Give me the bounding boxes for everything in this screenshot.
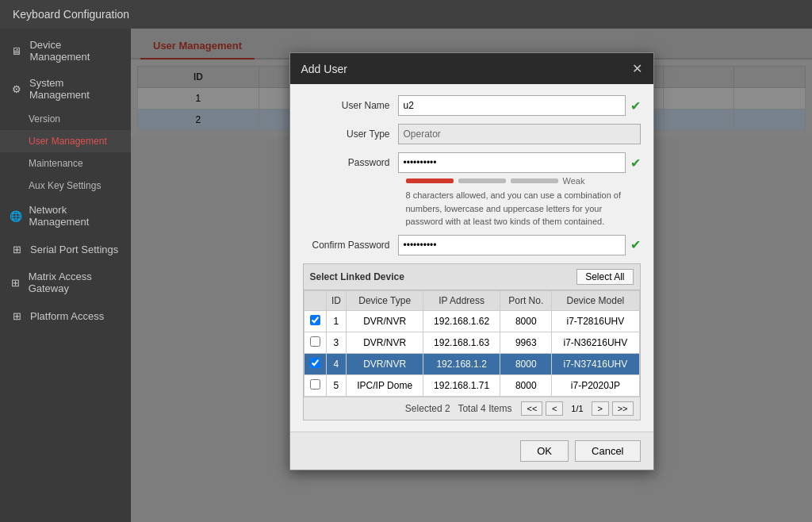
device-table: ID Device Type IP Address Port No. Devic… xyxy=(304,290,640,397)
sidebar-item-label: System Management xyxy=(29,77,121,101)
password-label: Password xyxy=(303,157,398,168)
pagination-next-btn[interactable]: > xyxy=(592,401,609,416)
username-label: User Name xyxy=(303,100,398,111)
strength-seg-3 xyxy=(511,178,558,183)
sidebar-item-label: Platform Access xyxy=(30,310,104,322)
network-management-icon: 🌐 xyxy=(10,209,22,223)
serial-port-settings-icon: ⊞ xyxy=(10,242,24,256)
list-item[interactable]: 5 IPC/IP Dome 192.168.1.71 8000 i7-P2020… xyxy=(304,374,639,396)
col-port-no: Port No. xyxy=(500,290,552,310)
sidebar-item-serial-port-settings[interactable]: ⊞ Serial Port Settings xyxy=(0,235,131,263)
pagination-last-btn[interactable]: >> xyxy=(612,401,634,416)
sidebar: 🖥 Device Management ⚙ System Management … xyxy=(0,29,131,522)
pagination-info: Selected 2 Total 4 Items xyxy=(405,403,512,414)
platform-access-icon: ⊞ xyxy=(10,309,24,323)
device-checkbox[interactable] xyxy=(310,336,320,347)
linked-device-title: Select Linked Device xyxy=(310,271,404,282)
strength-seg-2 xyxy=(458,178,506,183)
system-management-icon: ⚙ xyxy=(10,82,23,96)
device-checkbox[interactable] xyxy=(310,379,320,390)
col-device-type: Device Type xyxy=(347,290,423,310)
sidebar-subitem-version[interactable]: Version xyxy=(0,108,131,130)
sidebar-subitem-maintenance[interactable]: Maintenance xyxy=(0,152,131,175)
modal-header: Add User ✕ xyxy=(290,53,653,84)
password-row: Password ✔ xyxy=(303,152,641,173)
sidebar-subitem-aux-key-settings[interactable]: Aux Key Settings xyxy=(0,175,131,197)
password-strength-bar: Weak xyxy=(406,176,641,186)
ok-button[interactable]: OK xyxy=(520,440,569,462)
app-title: Keyboard Configuration xyxy=(13,8,129,21)
sidebar-item-system-management[interactable]: ⚙ System Management xyxy=(0,70,131,108)
add-user-modal: Add User ✕ User Name ✔ User Type xyxy=(289,52,654,470)
list-item[interactable]: 3 DVR/NVR 192.168.1.63 9963 i7-N36216UHV xyxy=(304,332,639,353)
cancel-button[interactable]: Cancel xyxy=(575,440,640,462)
sidebar-item-platform-access[interactable]: ⊞ Platform Access xyxy=(0,301,131,330)
confirm-password-label: Confirm Password xyxy=(303,240,398,251)
pagination-prev-btn[interactable]: < xyxy=(546,401,563,416)
col-device-model: Device Model xyxy=(552,290,639,310)
page-display: 1/1 xyxy=(566,402,588,415)
password-hint: 8 characters allowed, and you can use a … xyxy=(406,189,641,228)
modal-body: User Name ✔ User Type Password ✔ xyxy=(290,84,653,432)
top-bar: Keyboard Configuration xyxy=(0,0,812,29)
list-item[interactable]: 1 DVR/NVR 192.168.1.62 8000 i7-T2816UHV xyxy=(304,310,639,332)
list-item[interactable]: 4 DVR/NVR 192.168.1.2 8000 i7-N37416UHV xyxy=(304,353,639,374)
modal-close-button[interactable]: ✕ xyxy=(632,61,642,76)
confirm-password-input[interactable] xyxy=(398,235,626,255)
select-all-button[interactable]: Select All xyxy=(576,269,633,285)
confirm-password-check-icon: ✔ xyxy=(630,237,641,252)
usertype-label: User Type xyxy=(303,129,398,140)
device-management-icon: 🖥 xyxy=(10,44,23,58)
linked-device-header: Select Linked Device Select All xyxy=(304,264,640,290)
device-checkbox[interactable] xyxy=(310,358,320,368)
linked-device-section: Select Linked Device Select All ID Devic… xyxy=(303,263,641,420)
sidebar-item-label: Device Management xyxy=(29,39,121,63)
sidebar-item-network-management[interactable]: 🌐 Network Management xyxy=(0,197,131,235)
strength-seg-1 xyxy=(406,178,454,183)
username-check-icon: ✔ xyxy=(630,98,641,113)
pagination-first-btn[interactable]: << xyxy=(521,401,542,416)
confirm-password-row: Confirm Password ✔ xyxy=(303,235,641,255)
modal-footer: OK Cancel xyxy=(290,432,653,470)
password-check-icon: ✔ xyxy=(630,155,641,171)
pagination: Selected 2 Total 4 Items << < 1/1 xyxy=(304,397,640,420)
sidebar-item-label: Matrix Access Gateway xyxy=(29,271,121,294)
sidebar-item-label: Network Management xyxy=(29,204,121,228)
device-checkbox[interactable] xyxy=(310,315,320,325)
username-input[interactable] xyxy=(398,95,626,116)
sidebar-item-matrix-access-gateway[interactable]: ⊞ Matrix Access Gateway xyxy=(0,263,131,301)
strength-label: Weak xyxy=(563,176,585,186)
sidebar-subitem-user-management[interactable]: User Management xyxy=(0,130,131,152)
usertype-input[interactable] xyxy=(398,124,641,144)
modal-overlay: Add User ✕ User Name ✔ User Type xyxy=(131,29,812,522)
matrix-access-gateway-icon: ⊞ xyxy=(10,275,22,290)
col-checkbox xyxy=(304,290,326,310)
username-row: User Name ✔ xyxy=(303,95,641,116)
col-ip-address: IP Address xyxy=(423,290,500,310)
col-device-id: ID xyxy=(326,290,347,310)
main-content: User Management ID User Name 1admin2u1 xyxy=(131,29,812,522)
usertype-row: User Type xyxy=(303,124,641,144)
sidebar-item-device-management[interactable]: 🖥 Device Management xyxy=(0,32,131,70)
modal-title: Add User xyxy=(301,63,347,75)
sidebar-item-label: Serial Port Settings xyxy=(30,244,118,255)
password-input[interactable] xyxy=(398,152,626,173)
